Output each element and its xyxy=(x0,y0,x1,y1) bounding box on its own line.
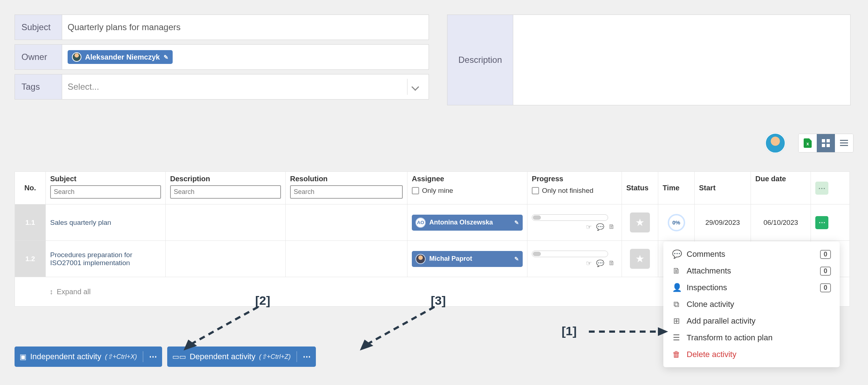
menu-comments[interactable]: 💬 Comments 0 xyxy=(663,246,840,263)
expand-all-button[interactable]: Expand all xyxy=(57,288,91,296)
svg-marker-9 xyxy=(658,327,668,336)
svg-rect-4 xyxy=(827,144,830,147)
svg-rect-6 xyxy=(840,142,848,143)
trash-icon: 🗑 xyxy=(672,350,681,359)
time-ring: 0% xyxy=(668,214,685,231)
pencil-icon: ✎ xyxy=(514,256,519,262)
menu-transform[interactable]: ☰ Transform to action plan xyxy=(663,329,840,346)
table-row: 1.1 Sales quarterly plan AO Antonina Ols… xyxy=(15,204,849,241)
more-icon[interactable]: ⋯ xyxy=(303,352,311,361)
svg-line-10 xyxy=(193,307,258,343)
row-description[interactable] xyxy=(166,241,286,277)
file-icon: 🗎 xyxy=(672,266,681,276)
row-resolution[interactable] xyxy=(286,204,407,240)
list-view-button[interactable] xyxy=(835,134,853,152)
col-progress-header: Progress Only not finished xyxy=(527,172,622,204)
grid-view-button[interactable] xyxy=(817,134,835,152)
row-more-button[interactable]: ⋯ xyxy=(815,216,828,229)
annotation-1: [1] xyxy=(562,324,577,338)
tags-label: Tags xyxy=(15,74,62,99)
row-status: ★ xyxy=(622,204,658,240)
document-icon[interactable]: 🗎 xyxy=(608,259,615,267)
owner-field[interactable]: Aleksander Niemczyk ✎ xyxy=(62,45,429,69)
owner-label: Owner xyxy=(15,45,62,69)
description-search-input[interactable] xyxy=(170,185,281,199)
independent-activity-button[interactable]: ▣ Independent activity (⇧+Ctrl+X) ⋯ xyxy=(15,346,162,367)
independent-icon: ▣ xyxy=(20,352,27,361)
row-subject[interactable]: Sales quarterly plan xyxy=(46,204,166,240)
star-icon[interactable]: ★ xyxy=(630,212,650,232)
pencil-icon: ✎ xyxy=(514,219,519,226)
svg-rect-7 xyxy=(840,145,848,146)
grid-toolbar: x xyxy=(765,133,853,153)
row-no: 1.1 xyxy=(15,204,46,240)
row-subject[interactable]: Procedures preparation for ISO27001 impl… xyxy=(46,241,166,277)
row-start[interactable]: 29/09/2023 xyxy=(695,204,751,240)
col-no-header: No. xyxy=(15,172,46,204)
progress-icons: ☞ 💬 🗎 xyxy=(532,259,617,267)
star-icon[interactable]: ★ xyxy=(630,249,650,269)
menu-attachments[interactable]: 🗎 Attachments 0 xyxy=(663,263,840,279)
attachments-count: 0 xyxy=(820,267,831,276)
owner-chip[interactable]: Aleksander Niemczyk ✎ xyxy=(68,50,173,64)
transform-icon: ☰ xyxy=(672,333,681,343)
col-due-header: Due date xyxy=(751,172,811,204)
comment-icon: 💬 xyxy=(672,250,681,259)
row-description[interactable] xyxy=(166,204,286,240)
row-more: ⋯ xyxy=(811,204,833,240)
annotation-arrow-1 xyxy=(589,325,669,340)
right-desc-column: Description xyxy=(447,15,851,105)
svg-rect-1 xyxy=(822,139,825,142)
grid-header: No. Subject Description Resolution Assig… xyxy=(15,172,849,204)
comment-icon[interactable]: 💬 xyxy=(596,223,604,231)
pointer-icon[interactable]: ☞ xyxy=(586,223,592,231)
more-header-button[interactable]: ⋯ xyxy=(815,182,828,195)
copy-icon: ⧉ xyxy=(672,300,681,309)
annotation-arrow-3 xyxy=(354,303,442,354)
progress-slider[interactable] xyxy=(532,214,608,221)
pointer-icon[interactable]: ☞ xyxy=(586,259,592,267)
subject-row: Subject Quarterly plans for managers xyxy=(15,15,429,40)
more-icon[interactable]: ⋯ xyxy=(149,352,157,361)
assignee-name: Michał Paprot xyxy=(429,255,472,263)
only-mine-checkbox[interactable]: Only mine xyxy=(412,187,523,195)
row-due[interactable]: 06/10/2023 xyxy=(751,204,811,240)
view-toggle-group: x xyxy=(798,134,853,153)
subject-input[interactable]: Quarterly plans for managers xyxy=(62,15,429,40)
comment-icon[interactable]: 💬 xyxy=(596,259,604,267)
tags-placeholder: Select... xyxy=(68,82,99,92)
row-resolution[interactable] xyxy=(286,241,407,277)
svg-text:x: x xyxy=(807,141,809,146)
menu-clone[interactable]: ⧉ Clone activity xyxy=(663,296,840,313)
svg-rect-5 xyxy=(840,140,848,141)
export-excel-button[interactable]: x xyxy=(799,134,817,152)
subject-search-input[interactable] xyxy=(50,185,161,199)
menu-add-parallel[interactable]: ⊞ Add parallel activity xyxy=(663,313,840,329)
user-avatar-icon[interactable] xyxy=(765,133,785,153)
expand-icon: ↕ xyxy=(49,288,53,296)
row-no: 1.2 xyxy=(15,241,46,277)
subject-label: Subject xyxy=(15,15,62,40)
menu-delete[interactable]: 🗑 Delete activity xyxy=(663,346,840,363)
row-status: ★ xyxy=(622,241,658,277)
assignee-chip[interactable]: AO Antonina Olszewska ✎ xyxy=(412,215,523,231)
col-assignee-header: Assignee Only mine xyxy=(407,172,527,204)
row-context-menu: 💬 Comments 0 🗎 Attachments 0 👤 Inspectio… xyxy=(663,242,840,367)
document-icon[interactable]: 🗎 xyxy=(608,223,615,231)
col-more-header: ⋯ xyxy=(811,172,833,204)
menu-inspections[interactable]: 👤 Inspections 0 xyxy=(663,279,840,296)
progress-slider[interactable] xyxy=(532,251,608,257)
svg-rect-3 xyxy=(822,144,825,147)
row-time: 0% xyxy=(658,204,695,240)
tags-select[interactable]: Select... xyxy=(62,74,429,99)
footer-buttons: ▣ Independent activity (⇧+Ctrl+X) ⋯ ▭▭ D… xyxy=(15,346,316,367)
pencil-icon: ✎ xyxy=(164,54,168,61)
progress-icons: ☞ 💬 🗎 xyxy=(532,223,617,231)
resolution-search-input[interactable] xyxy=(290,185,403,199)
only-not-finished-checkbox[interactable]: Only not finished xyxy=(532,187,617,195)
col-resolution-header: Resolution xyxy=(286,172,407,204)
row-progress: ☞ 💬 🗎 xyxy=(527,241,622,277)
col-status-header: Status xyxy=(622,172,658,204)
description-input[interactable] xyxy=(513,15,850,105)
assignee-chip[interactable]: Michał Paprot ✎ xyxy=(412,251,523,267)
